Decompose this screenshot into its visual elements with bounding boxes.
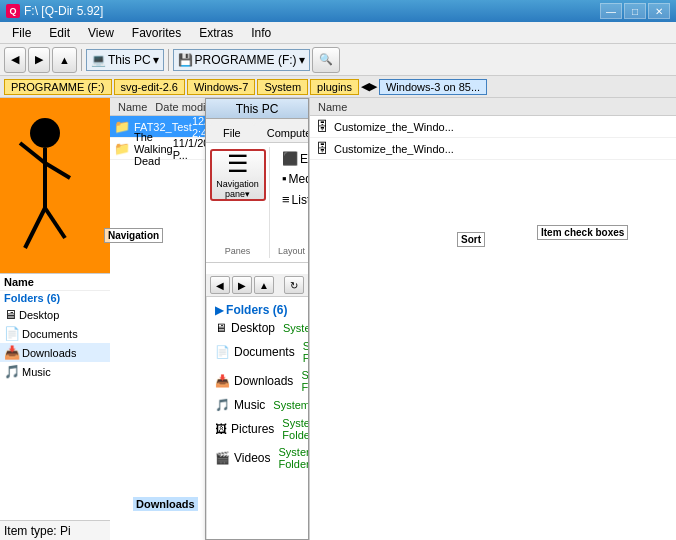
menu-file[interactable]: File: [4, 24, 39, 42]
left-folder-music[interactable]: 🎵 Music: [0, 362, 110, 381]
left-folder-documents[interactable]: 📄 Documents: [0, 324, 110, 343]
documents-folder-name: Documents: [234, 345, 295, 359]
folder-pictures[interactable]: 🖼 Pictures System Folder: [211, 415, 308, 443]
inner-back-btn[interactable]: ◀: [210, 276, 230, 294]
toolbar: ◀ ▶ ▲ 💻 This PC ▾ 💾 PROGRAMME (F:) ▾ 🔍: [0, 44, 676, 76]
pictures-folder-name: Pictures: [231, 422, 274, 436]
menu-view[interactable]: View: [80, 24, 122, 42]
close-button[interactable]: ✕: [648, 3, 670, 19]
layout-group-label: Layout: [278, 246, 305, 256]
folders-count: Folders (6): [226, 303, 287, 317]
separator-1: [81, 49, 82, 71]
svg-line-3: [45, 163, 70, 178]
nav-pane-icon: ☰: [227, 150, 249, 178]
search-button[interactable]: 🔍: [312, 47, 340, 73]
menu-favorites[interactable]: Favorites: [124, 24, 189, 42]
menu-bar: File Edit View Favorites Extras Info: [0, 22, 676, 44]
this-pc-dropdown[interactable]: 💻 This PC ▾: [86, 49, 164, 71]
right-table-row-1[interactable]: 🗄 Customize_the_Windo...: [310, 138, 676, 160]
folder-icon-1: 📁: [114, 141, 130, 157]
name-column-header: Name: [114, 101, 151, 113]
forward-button[interactable]: ▶: [28, 47, 50, 73]
stickman-left-area: Item type: Pi Name Folders (6) 🖥 Desktop…: [0, 98, 110, 540]
desktop-folder-type: System F...: [283, 322, 308, 334]
this-pc-content: 💻 This PC 👤 Administrator (celeron 👤 Adm…: [206, 297, 308, 539]
breadcrumb-windows3[interactable]: Windows-3 on 85...: [379, 79, 487, 95]
folder-downloads[interactable]: 📥 Downloads System F...: [211, 367, 308, 395]
desktop-folder-name: Desktop: [231, 321, 275, 335]
right-file-header: Name: [310, 98, 676, 116]
tab-computer[interactable]: Computer: [254, 123, 309, 142]
drive-arrow: ▾: [299, 53, 305, 67]
app-icon: Q: [6, 4, 20, 18]
right-name-1: Customize_the_Windo...: [334, 143, 672, 155]
maximize-button[interactable]: □: [624, 3, 646, 19]
this-pc-label: This PC: [108, 53, 151, 67]
panes-group-label: Panes: [225, 246, 251, 256]
right-table-row-0[interactable]: 🗄 Customize_the_Windo...: [310, 116, 676, 138]
svg-point-0: [30, 118, 60, 148]
left-folder-downloads[interactable]: 📥 Downloads: [0, 343, 110, 362]
inner-up-btn[interactable]: ▲: [254, 276, 274, 294]
up-button[interactable]: ▲: [52, 47, 77, 73]
this-pc-inner-content: ◀ ▶ ▲ ↻ 💻 This PC 👤 A: [206, 274, 308, 539]
tab-file[interactable]: File: [210, 123, 254, 142]
right-file-panel: Name 🗄 Customize_the_Windo... 🗄 Customiz…: [310, 98, 676, 540]
list-icon: ≡: [282, 192, 290, 207]
ribbon-title: This PC: [236, 102, 279, 116]
folders-section: ▶ Folders (6) 🖥 Desktop System F... 📄 Do…: [207, 297, 308, 539]
navigation-pane-button[interactable]: ☰ Navigationpane▾: [210, 149, 266, 201]
videos-folder-icon: 🎬: [215, 451, 230, 465]
file-panel: Name Date modified Type 📁 FAT32_Test 12/…: [110, 98, 310, 540]
drive-dropdown[interactable]: 💾 PROGRAMME (F:) ▾: [173, 49, 310, 71]
breadcrumb-plugins[interactable]: plugins: [310, 79, 359, 95]
list-btn[interactable]: ≡ List: [278, 189, 309, 210]
pictures-folder-icon: 🖼: [215, 422, 227, 436]
file-name-1: The Walking Dead: [134, 131, 173, 167]
downloads-icon: 📥: [4, 345, 20, 360]
ribbon-tabs: File Computer View: [206, 119, 308, 143]
panes-group: ☰ Navigationpane▾ Panes: [210, 147, 270, 258]
left-tree-area: Name Folders (6) 🖥 Desktop 📄 Documents 📥…: [0, 273, 110, 520]
right-name-0: Customize_the_Windo...: [334, 121, 672, 133]
back-button[interactable]: ◀: [4, 47, 26, 73]
breadcrumb-svgedit[interactable]: svg-edit-2.6: [114, 79, 185, 95]
folder-documents[interactable]: 📄 Documents System F...: [211, 338, 308, 366]
breadcrumb-arrow: ◀▶: [361, 80, 377, 93]
svg-line-4: [25, 208, 45, 248]
menu-info[interactable]: Info: [243, 24, 279, 42]
right-name-header: Name: [314, 101, 351, 113]
inner-refresh-btn[interactable]: ↻: [284, 276, 304, 294]
left-folder-desktop[interactable]: 🖥 Desktop: [0, 305, 110, 324]
folder-desktop[interactable]: 🖥 Desktop System F...: [211, 319, 308, 337]
music-folder-name: Music: [234, 398, 265, 412]
inner-forward-btn[interactable]: ▶: [232, 276, 252, 294]
breadcrumb-system[interactable]: System: [257, 79, 308, 95]
folder-grid: 🖥 Desktop System F... 📄 Documents System…: [211, 319, 308, 472]
medium-icons-btn[interactable]: ▪ Medium icons: [278, 169, 309, 188]
folder-videos[interactable]: 🎬 Videos System Folder: [211, 444, 308, 472]
documents-folder-type: System F...: [303, 340, 308, 364]
title-text: F:\ [Q-Dir 5.92]: [24, 4, 103, 18]
desktop-label: Desktop: [19, 309, 59, 321]
music-icon: 🎵: [4, 364, 20, 379]
right-icon-0: 🗄: [314, 119, 330, 135]
right-icon-1: 🗄: [314, 141, 330, 157]
breadcrumb-windows7[interactable]: Windows-7: [187, 79, 255, 95]
downloads-folder-icon: 📥: [215, 374, 230, 388]
breadcrumb-programme[interactable]: PROGRAMME (F:): [4, 79, 112, 95]
ribbon-body: ☰ Navigationpane▾ Panes ⬛ Extra large ic…: [206, 143, 308, 263]
menu-extras[interactable]: Extras: [191, 24, 241, 42]
folder-music[interactable]: 🎵 Music System F...: [211, 396, 308, 414]
folders-title: ▶ Folders (6): [211, 301, 308, 319]
menu-edit[interactable]: Edit: [41, 24, 78, 42]
extra-large-icon: ⬛: [282, 151, 298, 166]
desktop-folder-icon: 🖥: [215, 321, 227, 335]
minimize-button[interactable]: —: [600, 3, 622, 19]
main-area: Item type: Pi Name Folders (6) 🖥 Desktop…: [0, 98, 676, 540]
downloads-folder-name: Downloads: [234, 374, 293, 388]
breadcrumb-bar: PROGRAMME (F:) svg-edit-2.6 Windows-7 Sy…: [0, 76, 676, 98]
extra-large-icons-btn[interactable]: ⬛ Extra large icons: [278, 149, 309, 168]
medium-icons-label: Medium icons: [289, 172, 309, 186]
music-folder-icon: 🎵: [215, 398, 230, 412]
